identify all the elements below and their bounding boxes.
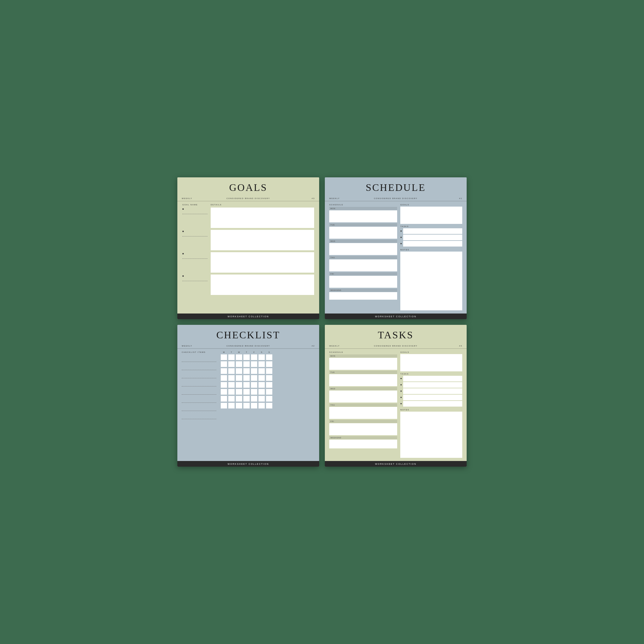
cb-1-4[interactable]: [243, 354, 250, 360]
sched-task-box-2[interactable]: [403, 235, 462, 240]
cb-5-7[interactable]: [266, 382, 272, 388]
tasks-task-box-3[interactable]: [403, 388, 462, 394]
schedule-tue-box[interactable]: [329, 227, 397, 239]
goals-col-details: DETAILS: [211, 204, 314, 206]
cb-6-4[interactable]: [243, 389, 250, 395]
cb-3-6[interactable]: [258, 368, 265, 374]
checklist-item-6[interactable]: [182, 396, 216, 403]
cb-7-3[interactable]: [236, 396, 242, 402]
cb-1-2[interactable]: [228, 354, 235, 360]
cb-4-6[interactable]: [258, 375, 265, 381]
cb-8-5[interactable]: [251, 403, 257, 408]
cb-2-1[interactable]: [221, 361, 227, 367]
cb-5-6[interactable]: [258, 382, 265, 388]
cb-6-5[interactable]: [251, 389, 257, 395]
cb-1-5[interactable]: [251, 354, 257, 360]
tasks-goals-box[interactable]: [400, 354, 462, 371]
goal-detail-box-3[interactable]: [211, 252, 314, 273]
tasks-wed-box[interactable]: [329, 391, 397, 403]
schedule-weekend-box[interactable]: [329, 292, 397, 300]
cb-8-1[interactable]: [221, 403, 227, 408]
cb-2-2[interactable]: [228, 361, 235, 367]
cb-7-1[interactable]: [221, 396, 227, 402]
tasks-tue-box[interactable]: [329, 374, 397, 386]
tasks-mon-box[interactable]: [329, 358, 397, 370]
cb-3-5[interactable]: [251, 368, 257, 374]
checklist-item-5[interactable]: [182, 388, 216, 395]
tasks-task-box-4[interactable]: [403, 395, 462, 400]
goal-detail-box-1[interactable]: [211, 208, 314, 228]
goal-detail-box-4[interactable]: [211, 275, 314, 295]
cb-5-1[interactable]: [221, 382, 227, 388]
cb-4-4[interactable]: [243, 375, 250, 381]
cb-5-4[interactable]: [243, 382, 250, 388]
cb-5-3[interactable]: [236, 382, 242, 388]
checklist-item-1[interactable]: [182, 355, 216, 362]
cb-1-3[interactable]: [236, 354, 242, 360]
checklist-item-2[interactable]: [182, 363, 216, 370]
tasks-thu-box[interactable]: [329, 407, 397, 419]
cb-6-2[interactable]: [228, 389, 235, 395]
cb-7-7[interactable]: [266, 396, 272, 402]
sched-notes-box[interactable]: [400, 252, 462, 310]
tasks-weekend-box[interactable]: [329, 440, 397, 448]
cb-3-3[interactable]: [236, 368, 242, 374]
tasks-fri-box[interactable]: [329, 423, 397, 435]
goal-detail-box-2[interactable]: [211, 230, 314, 250]
cb-1-7[interactable]: [266, 354, 272, 360]
sched-goals-box[interactable]: [400, 207, 462, 224]
cb-7-5[interactable]: [251, 396, 257, 402]
tasks-thu-label: THU: [329, 403, 397, 407]
cb-8-2[interactable]: [228, 403, 235, 408]
tasks-notes-box[interactable]: [400, 412, 462, 458]
main-grid: GOALS WEEKLY CONSIDERED BRAND DISCOVERY …: [165, 165, 479, 479]
cb-3-1[interactable]: [221, 368, 227, 374]
cb-7-4[interactable]: [243, 396, 250, 402]
cb-5-2[interactable]: [228, 382, 235, 388]
schedule-wed-box[interactable]: [329, 243, 397, 255]
tasks-content: SCHEDULE MON TUE WED THU: [325, 349, 467, 461]
checklist-item-8[interactable]: [182, 412, 216, 419]
cb-3-4[interactable]: [243, 368, 250, 374]
cb-8-7[interactable]: [266, 403, 272, 408]
cb-6-7[interactable]: [266, 389, 272, 395]
cb-4-7[interactable]: [266, 375, 272, 381]
cb-7-2[interactable]: [228, 396, 235, 402]
checklist-item-3[interactable]: [182, 371, 216, 378]
schedule-mon-box[interactable]: [329, 210, 397, 222]
cb-1-1[interactable]: [221, 354, 227, 360]
cb-7-6[interactable]: [258, 396, 265, 402]
checklist-item-7[interactable]: [182, 404, 216, 411]
cb-2-4[interactable]: [243, 361, 250, 367]
cb-8-6[interactable]: [258, 403, 265, 408]
cb-8-3[interactable]: [236, 403, 242, 408]
checklist-item-4[interactable]: [182, 380, 216, 386]
sched-task-box-3[interactable]: [403, 241, 462, 247]
sched-task-box-1[interactable]: [403, 228, 462, 234]
cb-4-1[interactable]: [221, 375, 227, 381]
cb-1-6[interactable]: [258, 354, 265, 360]
schedule-fri-box[interactable]: [329, 276, 397, 288]
cb-6-6[interactable]: [258, 389, 265, 395]
cb-4-3[interactable]: [236, 375, 242, 381]
checklist-day-w: W: [236, 351, 242, 353]
goals-col-name: GOAL NAME: [182, 204, 208, 206]
tasks-task-box-2[interactable]: [403, 382, 462, 388]
cb-2-6[interactable]: [258, 361, 265, 367]
cb-3-2[interactable]: [228, 368, 235, 374]
tasks-task-box-5[interactable]: [403, 401, 462, 407]
cb-4-2[interactable]: [228, 375, 235, 381]
cb-2-7[interactable]: [266, 361, 272, 367]
cb-2-5[interactable]: [251, 361, 257, 367]
goals-meta-center: CONSIDERED BRAND DISCOVERY: [226, 197, 270, 199]
cb-3-7[interactable]: [266, 368, 272, 374]
cb-5-5[interactable]: [251, 382, 257, 388]
cb-6-3[interactable]: [236, 389, 242, 395]
cb-8-4[interactable]: [243, 403, 250, 408]
tasks-task-box-1[interactable]: [403, 376, 462, 381]
schedule-thu-box[interactable]: [329, 259, 397, 271]
goal-row-2: ■: [182, 230, 314, 250]
cb-4-5[interactable]: [251, 375, 257, 381]
cb-6-1[interactable]: [221, 389, 227, 395]
cb-2-3[interactable]: [236, 361, 242, 367]
